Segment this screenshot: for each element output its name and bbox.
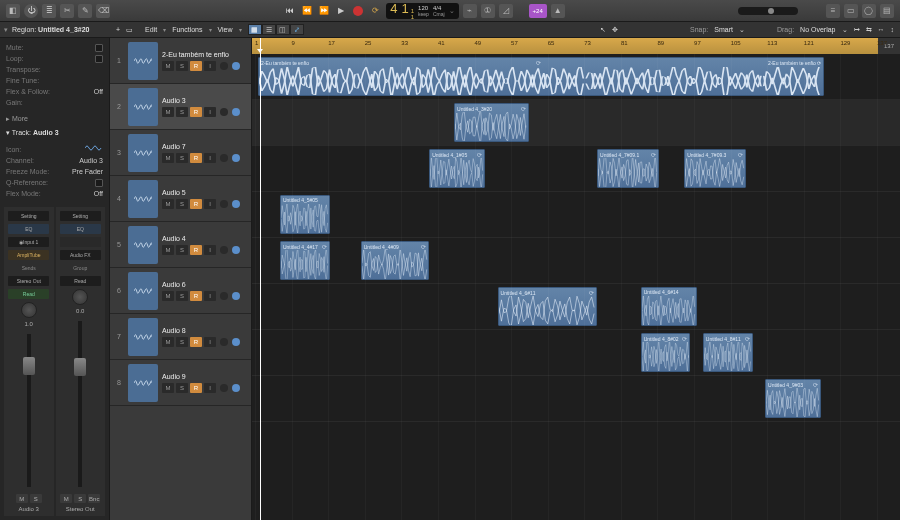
track-icon[interactable] (128, 42, 158, 80)
track-color-dot[interactable] (232, 108, 240, 116)
setting-slot[interactable]: Setting (8, 211, 49, 221)
group-slot[interactable]: Group (60, 263, 101, 273)
track-header[interactable]: 1 2-Eu também te enfio M S R I (110, 38, 251, 84)
tool-scissors-icon[interactable]: ✂ (60, 4, 74, 18)
track-header[interactable]: 6 Audio 6 M S R I (110, 268, 251, 314)
input-monitor-button[interactable]: I (204, 291, 216, 301)
zoom-v-icon[interactable]: ↕ (891, 26, 895, 33)
mixer-button[interactable]: ≣ (42, 4, 56, 18)
audio-region[interactable]: Untitled 4_9#03⟳ (765, 379, 821, 418)
solo-button[interactable]: S (176, 107, 188, 117)
track-icon[interactable] (128, 364, 158, 402)
audio-region[interactable]: Untitled 4_5#05 (280, 195, 330, 234)
snap-value[interactable]: Smart (714, 26, 733, 33)
marquee-tool-icon[interactable]: ✥ (612, 26, 618, 34)
mute-button[interactable]: M (162, 383, 174, 393)
track-header[interactable]: 8 Audio 9 M S R I (110, 360, 251, 406)
track-color-dot[interactable] (220, 338, 228, 346)
output-slot[interactable]: Stereo Out (8, 276, 49, 286)
input-monitor-button[interactable]: I (204, 199, 216, 209)
arrange-lane[interactable]: Untitled 4_6#11⟳Untitled 4_6#14 (252, 284, 900, 330)
more-disclosure[interactable]: ▸ More (6, 115, 28, 122)
input-monitor-button[interactable]: I (204, 337, 216, 347)
insert-slot[interactable]: Audio FX (60, 250, 101, 260)
input-slot[interactable]: ◉ Input 1 (8, 237, 49, 247)
zoom-h-icon[interactable]: ↔ (878, 26, 885, 33)
solo-button[interactable]: S (176, 153, 188, 163)
catch-playhead-icon[interactable]: ↦ (854, 26, 860, 34)
audio-region[interactable]: 2-Eu também te enfio⟳2-Eu também te enfi… (258, 57, 824, 96)
record-enable-button[interactable]: R (190, 153, 202, 163)
arrange-lane[interactable]: Untitled 4_5#05 (252, 192, 900, 238)
chevron-down-icon[interactable]: ⌄ (739, 26, 745, 34)
audio-region[interactable]: Untitled 4_4#09⟳ (361, 241, 429, 280)
bounce-button[interactable]: Bnc (88, 494, 100, 503)
solo-button[interactable]: S (176, 199, 188, 209)
record-enable-button[interactable]: R (190, 199, 202, 209)
setting-slot[interactable]: Setting (60, 211, 101, 221)
mute-button[interactable]: M (60, 494, 72, 503)
arrange-lane[interactable]: Untitled 4_1#05⟳Untitled 4_7#09.1⟳Untitl… (252, 146, 900, 192)
record-enable-button[interactable]: R (190, 107, 202, 117)
loop-browser-button[interactable]: ◯ (862, 4, 876, 18)
audio-region[interactable]: Untitled 4_4#17⟳ (280, 241, 330, 280)
tool-pencil-icon[interactable]: ✎ (78, 4, 92, 18)
insert-slot[interactable]: AmpliTube (8, 250, 49, 260)
menu-view[interactable]: View (218, 26, 233, 33)
eq-slot[interactable]: EQ (8, 224, 49, 234)
automation-mode[interactable]: Read (60, 276, 101, 286)
solo-button[interactable]: S (176, 61, 188, 71)
back-button[interactable]: ⏪ (300, 5, 314, 17)
menu-edit[interactable]: Edit (145, 26, 157, 33)
inspector-row[interactable]: Mute: (6, 42, 103, 53)
track-color-dot[interactable] (232, 200, 240, 208)
inspector-row[interactable]: Q-Reference: (6, 177, 103, 188)
arrange-lane[interactable]: Untitled 4_3#20⟳ (252, 100, 900, 146)
track-header[interactable]: 4 Audio 5 M S R I (110, 176, 251, 222)
arrange-lane[interactable]: 2-Eu também te enfio⟳2-Eu também te enfi… (252, 54, 900, 100)
audio-region[interactable]: Untitled 4_7#09.1⟳ (597, 149, 659, 188)
link-button-icon[interactable]: ⇆ (866, 26, 872, 34)
mute-button[interactable]: M (162, 199, 174, 209)
track-header[interactable]: 2 Audio 3 M S R I (110, 84, 251, 130)
automation-mode[interactable]: Read (8, 289, 49, 299)
track-color-dot[interactable] (220, 384, 228, 392)
input-monitor-button[interactable]: I (204, 245, 216, 255)
audio-region[interactable]: Untitled 4_8#02⟳ (641, 333, 691, 372)
solo-button[interactable]: S (176, 337, 188, 347)
checkbox[interactable] (95, 44, 103, 52)
arrange-lane[interactable]: Untitled 4_4#17⟳Untitled 4_4#09⟳ (252, 238, 900, 284)
track-header[interactable]: 5 Audio 4 M S R I (110, 222, 251, 268)
solo-button[interactable]: S (176, 291, 188, 301)
record-enable-button[interactable]: R (190, 337, 202, 347)
track-color-dot[interactable] (220, 108, 228, 116)
lcd-menu-chevron-icon[interactable]: ⌄ (449, 7, 455, 15)
mute-button[interactable]: M (162, 61, 174, 71)
lcd-display[interactable]: 4 1 11 120keep 4/4Cmaj ⌄ (386, 3, 458, 19)
inspector-row[interactable]: Freeze Mode:Pre Fader (6, 166, 103, 177)
track-color-dot[interactable] (220, 200, 228, 208)
track-header[interactable]: 7 Audio 8 M S R I (110, 314, 251, 360)
arrange-lane[interactable]: Untitled 4_8#02⟳Untitled 4_8#11⟳ (252, 330, 900, 376)
browser-button[interactable]: ▤ (880, 4, 894, 18)
track-color-dot[interactable] (220, 246, 228, 254)
track-color-dot[interactable] (232, 62, 240, 70)
track-color-dot[interactable] (232, 338, 240, 346)
inspector-row[interactable]: Transpose: (6, 64, 103, 75)
solo-button[interactable]: S (30, 494, 42, 503)
metronome-button[interactable]: ◿ (499, 4, 513, 18)
solo-button[interactable]: S (176, 383, 188, 393)
volume-fader[interactable] (27, 334, 31, 487)
pan-knob[interactable] (21, 302, 37, 318)
input-monitor-button[interactable]: I (204, 107, 216, 117)
play-button[interactable]: ▶ (334, 5, 348, 17)
drag-value[interactable]: No Overlap (800, 26, 835, 33)
solo-button[interactable]: S (74, 494, 86, 503)
input-monitor-button[interactable]: I (204, 153, 216, 163)
mute-button[interactable]: M (16, 494, 28, 503)
track-color-dot[interactable] (232, 154, 240, 162)
track-color-dot[interactable] (232, 384, 240, 392)
cycle-button[interactable]: ⟳ (368, 5, 382, 17)
playhead[interactable] (260, 38, 261, 520)
volume-fader[interactable] (78, 321, 82, 487)
